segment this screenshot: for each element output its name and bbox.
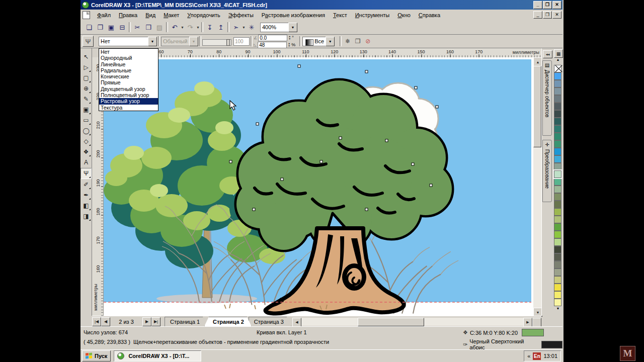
transparency-type-arrow-icon[interactable]: ▼ bbox=[148, 37, 157, 46]
undo-icon[interactable]: ↶ bbox=[169, 22, 180, 33]
vertical-scrollbar[interactable]: ▲ ▼ bbox=[533, 57, 541, 316]
copy-transparency-icon[interactable]: ❐ bbox=[353, 36, 363, 46]
cut-icon[interactable]: ✂ bbox=[132, 22, 143, 33]
clear-transparency-icon[interactable]: ⊘ bbox=[363, 36, 373, 46]
angle-spinner[interactable]: ▲▼ bbox=[287, 35, 292, 40]
transparency-type-combo[interactable]: Нет ▼ bbox=[99, 37, 157, 46]
zoom-level-combo[interactable]: 400% ▼ bbox=[260, 23, 297, 32]
restore-button[interactable]: ❐ bbox=[543, 1, 552, 9]
dropdown-item-Конические[interactable]: Конические bbox=[99, 73, 158, 79]
palette-swatch-3[interactable] bbox=[554, 87, 561, 95]
palette-swatch-21[interactable] bbox=[554, 223, 561, 231]
horizontal-scrollbar[interactable]: ◀ ▶ bbox=[292, 318, 541, 326]
application-launcher-dropdown-icon[interactable]: ▼ bbox=[242, 22, 246, 33]
edge-pad-field[interactable]: 48 bbox=[258, 42, 287, 48]
palette-swatch-7[interactable] bbox=[554, 118, 561, 125]
menu-item-Вид[interactable]: Вид bbox=[141, 11, 159, 20]
ellipse-tool[interactable]: ◯ bbox=[81, 126, 91, 136]
taskbar-task-coreldraw[interactable]: CorelDRAW X3 - [D:\T... bbox=[114, 350, 201, 361]
dropdown-item-Радиальные[interactable]: Радиальные bbox=[99, 67, 158, 73]
language-indicator[interactable]: En bbox=[533, 352, 541, 360]
dropdown-item-Двухцветный узор[interactable]: Двухцветный узор bbox=[99, 86, 158, 92]
palette-swatch-25[interactable] bbox=[554, 253, 561, 261]
page-tab-Страница 3[interactable]: Страница 3 bbox=[249, 317, 291, 326]
palette-swatch-2[interactable] bbox=[554, 80, 561, 87]
palette-scroll-up-icon[interactable]: ▲ bbox=[554, 58, 562, 64]
document-navigator-icon[interactable] bbox=[532, 318, 541, 327]
menu-item-Файл[interactable]: Файл bbox=[93, 11, 115, 20]
outline-tool[interactable]: ✒ bbox=[81, 190, 91, 200]
polygon-tool[interactable]: ◇ bbox=[81, 136, 91, 146]
freehand-tool[interactable]: ✎ bbox=[81, 94, 91, 104]
palette-swatch-26[interactable] bbox=[554, 261, 561, 268]
zoom-combo-arrow-icon[interactable]: ▼ bbox=[288, 23, 297, 32]
midpoint-value-field[interactable]: 100 bbox=[233, 37, 250, 46]
palette-swatch-20[interactable] bbox=[554, 216, 561, 223]
apply-to-combo[interactable]: Все ▼ bbox=[302, 37, 335, 46]
crop-tool[interactable]: ▢ bbox=[81, 73, 91, 83]
menu-item-Растровые изображения[interactable]: Растровые изображения bbox=[258, 11, 329, 20]
dropdown-item-Полноцветный узор[interactable]: Полноцветный узор bbox=[99, 92, 158, 98]
palette-swatch-29[interactable] bbox=[554, 284, 561, 291]
palette-swatch-16[interactable] bbox=[554, 186, 561, 193]
palette-scroll-down-icon[interactable]: ▼ bbox=[554, 307, 562, 313]
copy-icon[interactable]: ❒ bbox=[143, 22, 154, 33]
midpoint-slider-handle[interactable] bbox=[226, 39, 230, 46]
midpoint-slider[interactable] bbox=[202, 39, 231, 46]
text-tool[interactable]: A bbox=[81, 157, 91, 167]
palette-swatch-31[interactable] bbox=[554, 299, 561, 306]
menu-item-Упорядочить[interactable]: Упорядочить bbox=[183, 11, 224, 20]
import-icon[interactable]: ↧ bbox=[204, 22, 215, 33]
menu-item-Правка[interactable]: Правка bbox=[115, 11, 141, 20]
palette-swatch-6[interactable] bbox=[554, 110, 561, 118]
zoom-tool[interactable]: ⊕ bbox=[81, 83, 91, 94]
palette-swatch-22[interactable] bbox=[554, 231, 561, 238]
menu-item-Текст[interactable]: Текст bbox=[329, 11, 351, 20]
apply-to-arrow-icon[interactable]: ▼ bbox=[326, 37, 335, 46]
palette-swatch-8[interactable] bbox=[554, 125, 561, 133]
minimize-button[interactable]: _ bbox=[533, 1, 542, 9]
tray-expand-icon[interactable]: « bbox=[527, 353, 530, 359]
docker-tab-Преобразование[interactable]: ✛Преобразование bbox=[542, 140, 552, 202]
shape-tool[interactable]: ▷ bbox=[81, 62, 91, 72]
palette-swatch-28[interactable] bbox=[554, 276, 561, 284]
palette-swatch-27[interactable] bbox=[554, 268, 561, 276]
doc-close-button[interactable]: ✕ bbox=[552, 11, 561, 19]
dropdown-item-Линейные[interactable]: Линейные bbox=[99, 61, 158, 67]
title-bar[interactable]: CorelDRAW X3 - [D:\TEMP\_MM DISCS\Corel … bbox=[80, 0, 562, 10]
palette-swatch-19[interactable] bbox=[554, 208, 561, 216]
menu-item-Окно[interactable]: Окно bbox=[393, 11, 415, 20]
document-window-icon[interactable] bbox=[83, 11, 90, 19]
dropdown-item-Растровый узор[interactable]: Растровый узор bbox=[99, 98, 158, 104]
docker-tab-Диспетчер объектов[interactable]: ▤Диспетчер объектов bbox=[542, 60, 552, 136]
palette-swatch-30[interactable] bbox=[554, 291, 561, 299]
angle-field[interactable]: 0.0 bbox=[258, 35, 287, 41]
palette-swatch-24[interactable] bbox=[554, 246, 561, 253]
freeze-transparency-icon[interactable]: ❄ bbox=[343, 36, 353, 46]
dropdown-item-Прямые[interactable]: Прямые bbox=[99, 79, 158, 85]
interactive-fill-tool[interactable]: ◨ bbox=[81, 211, 91, 221]
palette-swatch-none[interactable] bbox=[554, 65, 561, 72]
export-icon[interactable]: ↥ bbox=[215, 22, 226, 33]
palette-swatch-10[interactable] bbox=[554, 140, 561, 148]
edge-pad-spinner[interactable]: ▲▼ bbox=[287, 42, 291, 47]
pick-tool[interactable]: ↖ bbox=[81, 52, 91, 62]
basic-shapes-tool[interactable]: ❖ bbox=[81, 147, 91, 157]
palette-swatch-14[interactable] bbox=[554, 170, 561, 178]
page-tab-Страница 1[interactable]: Страница 1 bbox=[165, 317, 207, 326]
page-tab-Страница 2[interactable]: Страница 2 bbox=[204, 317, 252, 326]
horizontal-scrollbar-thumb[interactable] bbox=[358, 318, 424, 326]
scroll-left-icon[interactable]: ◀ bbox=[292, 318, 301, 327]
horizontal-ruler[interactable]: миллиметры 50607080901001101201301401501… bbox=[103, 48, 541, 58]
palette-swatch-17[interactable] bbox=[554, 193, 561, 201]
first-page-button[interactable]: |◀ bbox=[92, 317, 101, 326]
doc-restore-button[interactable]: ❐ bbox=[543, 11, 552, 19]
last-page-button[interactable]: ▶| bbox=[151, 317, 160, 326]
fill-tool[interactable]: ◧ bbox=[81, 201, 91, 211]
dropdown-item-Нет[interactable]: Нет bbox=[99, 49, 158, 55]
undo-dropdown-icon[interactable]: ▼ bbox=[180, 22, 185, 33]
smart-fill-tool[interactable]: ▣ bbox=[81, 105, 91, 115]
palette-swatch-23[interactable] bbox=[554, 238, 561, 246]
palette-swatch-12[interactable] bbox=[554, 155, 561, 163]
doc-minimize-button[interactable]: _ bbox=[533, 11, 542, 19]
